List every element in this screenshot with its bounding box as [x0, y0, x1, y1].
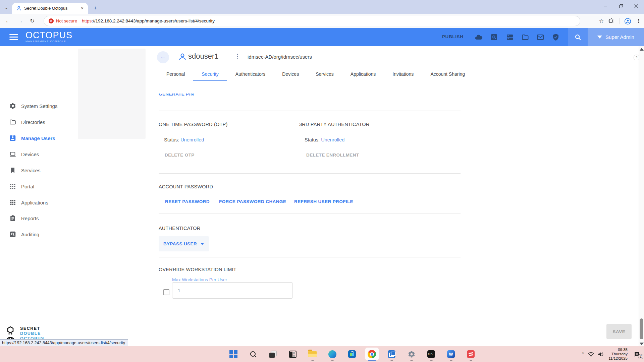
- tab-search-icon[interactable]: ⌄: [3, 4, 10, 11]
- tab-services[interactable]: Services: [307, 68, 342, 81]
- dots-grid-icon: [9, 183, 16, 190]
- section-divider: [159, 257, 461, 257]
- chrome-icon[interactable]: [362, 346, 382, 362]
- tab-applications[interactable]: Applications: [342, 68, 384, 81]
- wifi-icon[interactable]: [588, 352, 594, 357]
- reset-password-button[interactable]: RESET PASSWORD: [165, 199, 210, 204]
- new-tab-button[interactable]: +: [91, 4, 99, 12]
- scrollbar-thumb[interactable]: [640, 318, 643, 339]
- otp-status-label: Status:: [164, 137, 179, 142]
- mail-icon[interactable]: [536, 33, 544, 41]
- third-party-status-label: Status:: [305, 137, 320, 142]
- tab-authenticators[interactable]: Authenticators: [227, 68, 274, 81]
- taskbar-clock[interactable]: 09:35 Thursday 11/12/2025: [608, 348, 628, 361]
- scroll-up-icon[interactable]: [640, 48, 644, 51]
- not-secure-label[interactable]: Not secure: [56, 18, 77, 23]
- image-search-icon[interactable]: [490, 33, 498, 41]
- edge-icon[interactable]: [322, 346, 342, 362]
- sidebar-item-directories[interactable]: Directories: [0, 114, 67, 130]
- sidebar-item-system-settings[interactable]: System Settings: [0, 98, 67, 114]
- tab-invitations[interactable]: Invitations: [384, 68, 422, 81]
- section-divider: [159, 111, 461, 111]
- notification-badge: 2: [638, 354, 643, 359]
- tab-account-sharing[interactable]: Account Sharing: [422, 68, 473, 81]
- window-controls: [598, 0, 644, 12]
- url-text: https://192.168.2.242:8443/app/manage-us…: [82, 18, 215, 23]
- sdo-app-icon[interactable]: [461, 346, 481, 362]
- not-secure-icon[interactable]: ✕: [49, 18, 54, 23]
- generate-pin-button[interactable]: GENERATE PIN: [159, 94, 194, 99]
- bypass-user-dropdown[interactable]: BYPASS USER: [159, 236, 209, 251]
- back-icon[interactable]: ←: [3, 16, 13, 26]
- terminal-icon[interactable]: C:\_: [421, 346, 441, 362]
- settings-gear-icon[interactable]: [401, 346, 421, 362]
- tab-personal[interactable]: Personal: [158, 68, 193, 81]
- tab-security[interactable]: Security: [193, 68, 227, 81]
- taskbar-search-icon[interactable]: [243, 346, 263, 362]
- save-button[interactable]: SAVE: [606, 324, 632, 339]
- sidebar-item-reports[interactable]: Reports: [0, 210, 67, 226]
- server-icon[interactable]: [506, 33, 514, 41]
- bookmark-star-icon[interactable]: ☆: [599, 16, 604, 26]
- search-segment[interactable]: [568, 28, 588, 46]
- shield-icon[interactable]: [552, 33, 560, 41]
- account-password-title: ACCOUNT PASSWORD: [159, 184, 213, 189]
- publish-button[interactable]: PUBLISH: [442, 34, 463, 39]
- address-bar[interactable]: ✕ Not secure https://192.168.2.242:8443/…: [44, 16, 580, 26]
- user-actions-kebab-icon[interactable]: ⋮: [234, 53, 240, 60]
- folder-icon: [9, 118, 16, 126]
- restore-button[interactable]: [613, 0, 629, 12]
- brand-line2: DOUBLE: [20, 331, 44, 336]
- folder-appbar-icon[interactable]: [521, 33, 529, 41]
- minimize-button[interactable]: [598, 0, 613, 12]
- toolbar-actions: ☆ ⋮: [599, 16, 641, 26]
- audit-search-icon: [9, 231, 16, 238]
- sidebar-item-label: Services: [21, 168, 41, 173]
- forward-icon[interactable]: →: [15, 16, 25, 26]
- brand-line1: SECRET: [20, 326, 44, 331]
- user-tabs: Personal Security Authenticators Devices…: [158, 68, 545, 81]
- cloud-icon[interactable]: [475, 33, 483, 41]
- otp-status: Status:Unenrolled: [164, 137, 204, 142]
- hamburger-menu-icon[interactable]: [9, 34, 18, 40]
- sidebar-item-label: System Settings: [21, 103, 57, 109]
- microsoft-store-icon[interactable]: [342, 346, 362, 362]
- scroll-down-icon[interactable]: [640, 343, 644, 345]
- notification-center-icon[interactable]: 2: [632, 349, 642, 359]
- clipboard-icon: [9, 215, 16, 222]
- start-button[interactable]: [223, 346, 243, 362]
- sidebar-item-auditing[interactable]: Auditing: [0, 226, 67, 242]
- delete-otp-button[interactable]: DELETE OTP: [165, 153, 195, 158]
- sidebar-item-applications[interactable]: Applications: [0, 194, 67, 210]
- speaker-icon[interactable]: [597, 352, 604, 357]
- task-view-icon[interactable]: [263, 346, 283, 362]
- reload-icon[interactable]: ↻: [28, 16, 37, 26]
- override-checkbox[interactable]: [163, 289, 169, 295]
- force-password-change-button[interactable]: FORCE PASSWORD CHANGE: [219, 199, 286, 204]
- profile-icon[interactable]: [624, 18, 631, 25]
- word-icon[interactable]: W: [441, 346, 461, 362]
- delete-enrollment-button[interactable]: DELETE ENROLLMENT: [306, 153, 359, 158]
- vmware-icon[interactable]: [382, 346, 401, 362]
- sidebar-item-devices[interactable]: Devices: [0, 146, 67, 162]
- browser-menu-icon[interactable]: ⋮: [636, 16, 641, 26]
- account-menu[interactable]: Super Admin: [588, 28, 644, 46]
- browser-tab[interactable]: Secret Double Octopus ×: [12, 3, 88, 14]
- sidebar-item-label: Auditing: [21, 232, 39, 237]
- sidebar-item-portal[interactable]: Portal: [0, 178, 67, 194]
- tab-title: Secret Double Octopus: [24, 6, 79, 11]
- tab-devices[interactable]: Devices: [274, 68, 307, 81]
- page-scrollbar[interactable]: [639, 46, 644, 346]
- widgets-icon[interactable]: [283, 346, 303, 362]
- close-window-button[interactable]: [629, 0, 644, 12]
- refresh-user-profile-button[interactable]: REFRESH USER PROFILE: [294, 199, 353, 204]
- sidebar-item-manage-users[interactable]: Manage Users: [0, 130, 67, 146]
- tray-chevron-icon[interactable]: ⌃: [581, 352, 585, 357]
- max-workstations-input[interactable]: [172, 282, 293, 299]
- back-button[interactable]: ←: [157, 51, 169, 63]
- extensions-icon[interactable]: [608, 18, 614, 24]
- file-explorer-icon[interactable]: [303, 346, 322, 362]
- sidebar-item-services[interactable]: Services: [0, 162, 67, 178]
- tab-close-icon[interactable]: ×: [79, 5, 85, 11]
- section-divider: [159, 173, 461, 174]
